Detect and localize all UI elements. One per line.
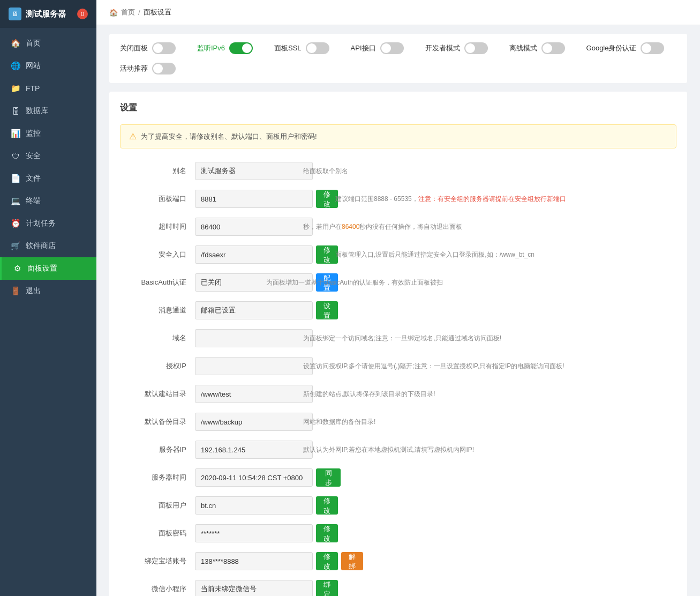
form-row-12: 面板用户bt.cn修改: [120, 496, 676, 515]
field-label-14: 绑定宝塔账号: [120, 556, 195, 566]
field-hint-8: 新创建的站点,默认将保存到该目录的下级目录!: [303, 390, 676, 399]
sidebar-item-label: 文件: [26, 174, 41, 183]
field-btn-15[interactable]: 绑定: [316, 580, 338, 596]
field-controls-0: [195, 162, 297, 180]
sidebar-item-cron[interactable]: ⏰计划任务: [0, 212, 96, 235]
breadcrumb: 🏠 首页 / 面板设置: [96, 0, 700, 25]
sidebar-item-shop[interactable]: 🛒软件商店: [0, 235, 96, 257]
sidebar-item-ftp[interactable]: 📁FTP: [0, 77, 96, 100]
breadcrumb-home[interactable]: 首页: [121, 8, 135, 17]
form-row-2: 超时时间秒，若用户在86400秒内没有任何操作，将自动退出面板: [120, 217, 676, 236]
sidebar-item-label: 监控: [26, 129, 41, 138]
field-controls-13: *******修改: [195, 524, 258, 542]
field-btn-11[interactable]: 同步: [316, 468, 341, 487]
toggle-item-api_port: API接口: [351, 42, 404, 54]
sidebar-item-files[interactable]: 📄文件: [0, 167, 96, 190]
field-input-0[interactable]: [195, 162, 313, 180]
toggle-label-activity_recommend: 活动推荐: [120, 64, 148, 73]
field-controls-1: 修改: [195, 190, 329, 208]
files-icon: 📄: [11, 174, 20, 183]
warning-box: ⚠ 为了提高安全，请修改别名、默认端口、面板用户和密码!: [120, 124, 676, 148]
field-controls-10: [195, 441, 297, 459]
toggle-switch-offline_mode[interactable]: [541, 42, 565, 54]
cron-icon: ⏰: [11, 219, 20, 228]
field-hint-1: 建议端口范围8888 - 65535，注意：有安全组的服务器请提前在安全组放行新…: [335, 195, 676, 204]
form-row-4: BasicAuth认证已关闭配置为面板增加一道基于BasicAuth的认证服务，…: [120, 273, 676, 292]
field-btn-12[interactable]: 修改: [316, 496, 338, 515]
toggle-label-offline_mode: 离线模式: [509, 43, 537, 53]
toggle-switch-activity_recommend[interactable]: [152, 63, 176, 74]
toggle-label-listen_ipv6: 监听IPv6: [197, 43, 225, 53]
field-label-1: 面板端口: [120, 194, 195, 204]
form-row-11: 服务器时间2020-09-11 10:54:28 CST +0800同步: [120, 468, 676, 487]
field-hint-3: 面板管理入口,设置后只能通过指定安全入口登录面板,如：/www_bt_cn: [335, 250, 676, 259]
field-label-4: BasicAuth认证: [120, 278, 195, 287]
toggle-item-offline_mode: 离线模式: [509, 42, 565, 54]
sidebar-item-label: 网站: [26, 61, 41, 71]
field-input-6[interactable]: [195, 329, 313, 347]
form-row-8: 默认建站目录新创建的站点,默认将保存到该目录的下级目录!: [120, 384, 676, 404]
toggle-switch-google_auth[interactable]: [641, 42, 664, 54]
sidebar-item-home[interactable]: 🏠首页: [0, 32, 96, 55]
sidebar-item-monitor[interactable]: 📊监控: [0, 122, 96, 145]
home-icon: 🏠: [11, 39, 20, 48]
sidebar-nav: 🏠首页🌐网站📁FTP🗄数据库📊监控🛡安全📄文件💻终端⏰计划任务🛒软件商店⚙面板设…: [0, 28, 96, 596]
field-btn-1[interactable]: 修改: [316, 190, 338, 208]
field-input-3[interactable]: [195, 245, 313, 264]
toggle-switch-close_panel[interactable]: [152, 42, 176, 54]
sidebar-item-label: 计划任务: [26, 219, 56, 228]
sidebar-item-label: 安全: [26, 151, 41, 161]
sidebar-item-terminal[interactable]: 💻终端: [0, 190, 96, 212]
sidebar-item-logout[interactable]: 🚪退出: [0, 280, 96, 302]
form-row-7: 授权IP设置访问授权IP,多个请使用逗号(,)隔开;注意：一旦设置授权IP,只有…: [120, 356, 676, 376]
toggle-switch-listen_ipv6[interactable]: [229, 42, 253, 54]
sidebar-item-database[interactable]: 🗄数据库: [0, 100, 96, 122]
form-row-13: 面板密码*******修改: [120, 524, 676, 543]
website-icon: 🌐: [11, 61, 20, 71]
toggle-switch-dev_mode[interactable]: [464, 42, 488, 54]
field-label-10: 服务器IP: [120, 445, 195, 455]
content-area: 关闭面板监听IPv6面板SSLAPI接口开发者模式离线模式Google身份认证活…: [96, 25, 700, 596]
field-controls-4: 已关闭配置: [195, 273, 260, 292]
field-btn-14[interactable]: 修改: [316, 552, 338, 570]
toggle-label-dev_mode: 开发者模式: [425, 43, 460, 53]
field-btn-5[interactable]: 设置: [316, 301, 338, 319]
sidebar-item-security[interactable]: 🛡安全: [0, 145, 96, 167]
field-value-13: *******: [195, 524, 313, 542]
terminal-icon: 💻: [11, 196, 20, 206]
toggle-label-api_port: API接口: [351, 43, 376, 53]
toggle-switch-api_port[interactable]: [380, 42, 404, 54]
field-value-5: 邮箱已设置: [195, 301, 313, 319]
field-btn2-14[interactable]: 解绑: [341, 552, 363, 570]
toggle-item-google_auth: Google身份认证: [586, 42, 665, 54]
field-input-1[interactable]: [195, 190, 313, 208]
logout-icon: 🚪: [11, 286, 20, 296]
toggle-item-listen_ipv6: 监听IPv6: [197, 42, 253, 54]
sidebar-item-label: 软件商店: [26, 241, 56, 251]
field-input-7[interactable]: [195, 357, 313, 375]
field-controls-2: [195, 218, 297, 236]
main-content: 🏠 首页 / 面板设置 关闭面板监听IPv6面板SSLAPI接口开发者模式离线模…: [96, 0, 700, 596]
field-controls-7: [195, 357, 297, 375]
field-value-11: 2020-09-11 10:54:28 CST +0800: [195, 468, 313, 487]
field-label-15: 微信小程序: [120, 584, 195, 594]
breadcrumb-separator: /: [138, 9, 140, 17]
field-label-9: 默认备份目录: [120, 417, 195, 427]
field-btn-13[interactable]: 修改: [316, 524, 338, 542]
server-name: 测试服务器: [26, 9, 73, 19]
toggle-item-close_panel: 关闭面板: [120, 42, 176, 54]
field-value-14: 138****8888: [195, 552, 313, 570]
field-input-2[interactable]: [195, 218, 313, 236]
field-input-9[interactable]: [195, 413, 313, 431]
field-input-8[interactable]: [195, 385, 313, 403]
field-hint-10: 默认认为外网IP,若您在本地虚拟机测试,请填写虚拟机内网IP!: [303, 445, 676, 455]
field-btn-3[interactable]: 修改: [316, 245, 338, 264]
field-input-10[interactable]: [195, 441, 313, 459]
toggle-switch-panel_ssl[interactable]: [306, 42, 329, 54]
toggle-label-close_panel: 关闭面板: [120, 43, 148, 53]
toggle-bar: 关闭面板监听IPv6面板SSLAPI接口开发者模式离线模式Google身份认证活…: [109, 34, 687, 83]
field-controls-5: 邮箱已设置设置: [195, 301, 274, 319]
field-hint-0: 给面板取个别名: [303, 167, 676, 176]
sidebar-item-website[interactable]: 🌐网站: [0, 55, 96, 77]
sidebar-item-panel[interactable]: ⚙面板设置: [0, 257, 96, 280]
